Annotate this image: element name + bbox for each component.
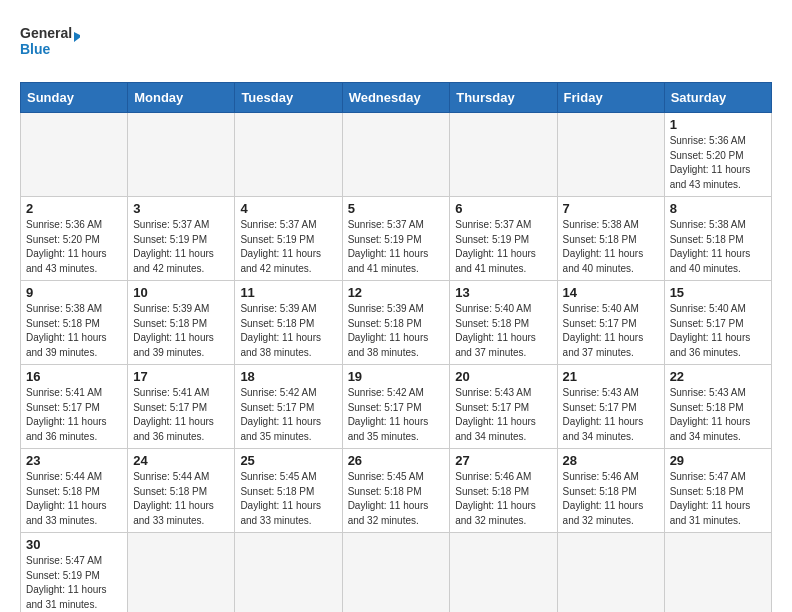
weekday-header: Tuesday — [235, 83, 342, 113]
day-number: 16 — [26, 369, 122, 384]
day-info: Sunrise: 5:43 AM Sunset: 5:17 PM Dayligh… — [563, 386, 659, 444]
calendar-cell: 14Sunrise: 5:40 AM Sunset: 5:17 PM Dayli… — [557, 281, 664, 365]
calendar-cell: 1Sunrise: 5:36 AM Sunset: 5:20 PM Daylig… — [664, 113, 771, 197]
calendar-cell: 7Sunrise: 5:38 AM Sunset: 5:18 PM Daylig… — [557, 197, 664, 281]
calendar-cell: 16Sunrise: 5:41 AM Sunset: 5:17 PM Dayli… — [21, 365, 128, 449]
day-info: Sunrise: 5:38 AM Sunset: 5:18 PM Dayligh… — [670, 218, 766, 276]
calendar-row: 9Sunrise: 5:38 AM Sunset: 5:18 PM Daylig… — [21, 281, 772, 365]
calendar-cell: 13Sunrise: 5:40 AM Sunset: 5:18 PM Dayli… — [450, 281, 557, 365]
weekday-header: Saturday — [664, 83, 771, 113]
calendar-cell — [235, 113, 342, 197]
calendar-cell — [342, 113, 450, 197]
svg-text:Blue: Blue — [20, 41, 51, 57]
day-info: Sunrise: 5:44 AM Sunset: 5:18 PM Dayligh… — [133, 470, 229, 528]
day-number: 18 — [240, 369, 336, 384]
calendar-row: 1Sunrise: 5:36 AM Sunset: 5:20 PM Daylig… — [21, 113, 772, 197]
day-info: Sunrise: 5:42 AM Sunset: 5:17 PM Dayligh… — [240, 386, 336, 444]
day-info: Sunrise: 5:47 AM Sunset: 5:19 PM Dayligh… — [26, 554, 122, 612]
calendar-row: 2Sunrise: 5:36 AM Sunset: 5:20 PM Daylig… — [21, 197, 772, 281]
calendar-cell — [128, 113, 235, 197]
calendar-cell: 25Sunrise: 5:45 AM Sunset: 5:18 PM Dayli… — [235, 449, 342, 533]
calendar-cell: 10Sunrise: 5:39 AM Sunset: 5:18 PM Dayli… — [128, 281, 235, 365]
calendar-cell: 19Sunrise: 5:42 AM Sunset: 5:17 PM Dayli… — [342, 365, 450, 449]
day-info: Sunrise: 5:40 AM Sunset: 5:18 PM Dayligh… — [455, 302, 551, 360]
calendar-cell — [235, 533, 342, 613]
day-number: 30 — [26, 537, 122, 552]
day-info: Sunrise: 5:46 AM Sunset: 5:18 PM Dayligh… — [455, 470, 551, 528]
day-info: Sunrise: 5:36 AM Sunset: 5:20 PM Dayligh… — [670, 134, 766, 192]
calendar-cell: 23Sunrise: 5:44 AM Sunset: 5:18 PM Dayli… — [21, 449, 128, 533]
day-info: Sunrise: 5:37 AM Sunset: 5:19 PM Dayligh… — [455, 218, 551, 276]
day-info: Sunrise: 5:44 AM Sunset: 5:18 PM Dayligh… — [26, 470, 122, 528]
calendar-cell: 30Sunrise: 5:47 AM Sunset: 5:19 PM Dayli… — [21, 533, 128, 613]
day-number: 10 — [133, 285, 229, 300]
day-number: 9 — [26, 285, 122, 300]
day-number: 12 — [348, 285, 445, 300]
svg-marker-2 — [74, 24, 80, 42]
calendar-cell — [557, 113, 664, 197]
calendar-cell — [664, 533, 771, 613]
day-info: Sunrise: 5:40 AM Sunset: 5:17 PM Dayligh… — [563, 302, 659, 360]
day-number: 2 — [26, 201, 122, 216]
weekday-header: Thursday — [450, 83, 557, 113]
calendar-cell: 12Sunrise: 5:39 AM Sunset: 5:18 PM Dayli… — [342, 281, 450, 365]
day-number: 24 — [133, 453, 229, 468]
logo: General Blue — [20, 20, 80, 70]
day-number: 3 — [133, 201, 229, 216]
calendar-cell: 17Sunrise: 5:41 AM Sunset: 5:17 PM Dayli… — [128, 365, 235, 449]
day-info: Sunrise: 5:36 AM Sunset: 5:20 PM Dayligh… — [26, 218, 122, 276]
day-number: 15 — [670, 285, 766, 300]
day-number: 13 — [455, 285, 551, 300]
day-info: Sunrise: 5:38 AM Sunset: 5:18 PM Dayligh… — [26, 302, 122, 360]
day-number: 6 — [455, 201, 551, 216]
calendar-row: 30Sunrise: 5:47 AM Sunset: 5:19 PM Dayli… — [21, 533, 772, 613]
calendar-cell: 15Sunrise: 5:40 AM Sunset: 5:17 PM Dayli… — [664, 281, 771, 365]
weekday-header: Wednesday — [342, 83, 450, 113]
calendar-cell: 18Sunrise: 5:42 AM Sunset: 5:17 PM Dayli… — [235, 365, 342, 449]
day-number: 1 — [670, 117, 766, 132]
calendar-cell: 28Sunrise: 5:46 AM Sunset: 5:18 PM Dayli… — [557, 449, 664, 533]
calendar-cell — [128, 533, 235, 613]
day-number: 4 — [240, 201, 336, 216]
calendar-cell: 9Sunrise: 5:38 AM Sunset: 5:18 PM Daylig… — [21, 281, 128, 365]
day-info: Sunrise: 5:43 AM Sunset: 5:17 PM Dayligh… — [455, 386, 551, 444]
day-info: Sunrise: 5:39 AM Sunset: 5:18 PM Dayligh… — [348, 302, 445, 360]
day-info: Sunrise: 5:41 AM Sunset: 5:17 PM Dayligh… — [133, 386, 229, 444]
calendar-cell: 21Sunrise: 5:43 AM Sunset: 5:17 PM Dayli… — [557, 365, 664, 449]
calendar-cell — [21, 113, 128, 197]
calendar-cell: 20Sunrise: 5:43 AM Sunset: 5:17 PM Dayli… — [450, 365, 557, 449]
day-number: 11 — [240, 285, 336, 300]
day-info: Sunrise: 5:39 AM Sunset: 5:18 PM Dayligh… — [133, 302, 229, 360]
weekday-header: Friday — [557, 83, 664, 113]
day-info: Sunrise: 5:43 AM Sunset: 5:18 PM Dayligh… — [670, 386, 766, 444]
day-number: 21 — [563, 369, 659, 384]
calendar-cell — [557, 533, 664, 613]
day-number: 27 — [455, 453, 551, 468]
weekday-header: Monday — [128, 83, 235, 113]
day-number: 25 — [240, 453, 336, 468]
calendar-cell: 5Sunrise: 5:37 AM Sunset: 5:19 PM Daylig… — [342, 197, 450, 281]
day-info: Sunrise: 5:45 AM Sunset: 5:18 PM Dayligh… — [240, 470, 336, 528]
calendar-cell: 6Sunrise: 5:37 AM Sunset: 5:19 PM Daylig… — [450, 197, 557, 281]
day-info: Sunrise: 5:39 AM Sunset: 5:18 PM Dayligh… — [240, 302, 336, 360]
calendar-cell: 24Sunrise: 5:44 AM Sunset: 5:18 PM Dayli… — [128, 449, 235, 533]
day-info: Sunrise: 5:46 AM Sunset: 5:18 PM Dayligh… — [563, 470, 659, 528]
day-info: Sunrise: 5:37 AM Sunset: 5:19 PM Dayligh… — [133, 218, 229, 276]
calendar-cell: 2Sunrise: 5:36 AM Sunset: 5:20 PM Daylig… — [21, 197, 128, 281]
calendar-cell: 26Sunrise: 5:45 AM Sunset: 5:18 PM Dayli… — [342, 449, 450, 533]
day-info: Sunrise: 5:47 AM Sunset: 5:18 PM Dayligh… — [670, 470, 766, 528]
day-number: 29 — [670, 453, 766, 468]
day-info: Sunrise: 5:38 AM Sunset: 5:18 PM Dayligh… — [563, 218, 659, 276]
day-number: 20 — [455, 369, 551, 384]
day-number: 28 — [563, 453, 659, 468]
calendar-cell: 4Sunrise: 5:37 AM Sunset: 5:19 PM Daylig… — [235, 197, 342, 281]
calendar-row: 16Sunrise: 5:41 AM Sunset: 5:17 PM Dayli… — [21, 365, 772, 449]
day-number: 8 — [670, 201, 766, 216]
calendar-cell — [450, 113, 557, 197]
day-number: 5 — [348, 201, 445, 216]
calendar-cell: 11Sunrise: 5:39 AM Sunset: 5:18 PM Dayli… — [235, 281, 342, 365]
calendar-cell — [450, 533, 557, 613]
calendar-cell: 3Sunrise: 5:37 AM Sunset: 5:19 PM Daylig… — [128, 197, 235, 281]
weekday-header: Sunday — [21, 83, 128, 113]
day-number: 22 — [670, 369, 766, 384]
